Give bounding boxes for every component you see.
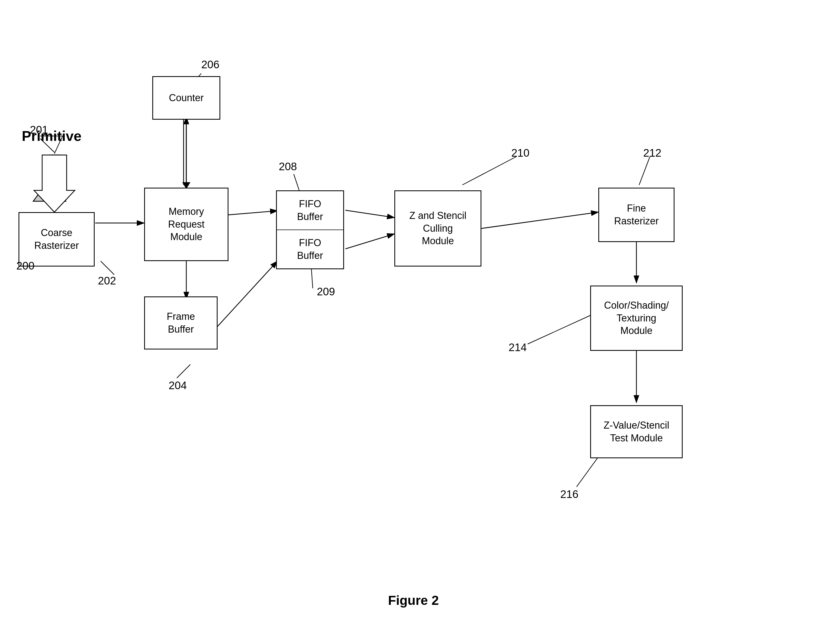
- ref-214: 214: [509, 341, 527, 354]
- memory-request-label: MemoryRequestModule: [168, 205, 204, 244]
- ref-204: 204: [169, 379, 187, 392]
- fifo-buffer-top-label: FIFOBuffer: [297, 198, 323, 223]
- svg-line-26: [101, 261, 114, 274]
- arrows-svg: [0, 0, 817, 644]
- fifo-buffer-top-box: FIFOBuffer: [276, 190, 344, 230]
- ref-202: 202: [98, 274, 116, 287]
- z-value-box: Z-Value/StencilTest Module: [590, 405, 683, 458]
- z-stencil-label: Z and StencilCullingModule: [409, 209, 466, 247]
- memory-request-box: MemoryRequestModule: [144, 188, 228, 261]
- svg-marker-3: [33, 190, 66, 201]
- figure-label: Figure 2: [359, 593, 468, 608]
- svg-line-18: [481, 212, 598, 228]
- svg-line-15: [218, 261, 277, 327]
- ref-201: 201: [30, 124, 48, 136]
- color-shading-box: Color/Shading/TexturingModule: [590, 285, 683, 351]
- svg-line-24: [462, 156, 517, 185]
- z-value-label: Z-Value/StencilTest Module: [604, 419, 669, 445]
- svg-line-27: [177, 365, 190, 378]
- svg-line-17: [345, 234, 394, 249]
- ref-209: 209: [317, 285, 335, 298]
- diagram: Primitive CoarseRasterizer MemoryRequest…: [0, 0, 817, 644]
- z-stencil-box: Z and StencilCullingModule: [394, 190, 481, 267]
- ref-200: 200: [16, 260, 35, 272]
- fine-rasterizer-box: FineRasterizer: [598, 188, 674, 242]
- coarse-rasterizer-box: CoarseRasterizer: [18, 212, 95, 267]
- svg-rect-2: [49, 155, 60, 190]
- fine-rasterizer-label: FineRasterizer: [614, 202, 659, 228]
- ref-206: 206: [201, 58, 219, 71]
- svg-line-25: [639, 156, 650, 185]
- color-shading-label: Color/Shading/TexturingModule: [604, 299, 669, 337]
- svg-line-29: [527, 316, 590, 344]
- counter-box: Counter: [152, 76, 220, 120]
- fifo-buffer-bot-label: FIFOBuffer: [297, 237, 323, 262]
- ref-210: 210: [511, 147, 530, 159]
- svg-line-30: [576, 457, 598, 487]
- svg-line-23: [311, 269, 313, 288]
- frame-buffer-box: FrameBuffer: [144, 296, 218, 350]
- svg-marker-4: [34, 155, 75, 212]
- frame-buffer-label: FrameBuffer: [167, 310, 195, 336]
- coarse-rasterizer-label: CoarseRasterizer: [34, 227, 79, 252]
- svg-line-16: [345, 210, 394, 218]
- svg-line-22: [294, 174, 299, 190]
- fifo-buffer-bot-box: FIFOBuffer: [276, 230, 344, 269]
- ref-212: 212: [643, 147, 661, 159]
- ref-208: 208: [279, 161, 297, 173]
- svg-line-8: [228, 211, 277, 215]
- counter-label: Counter: [169, 92, 204, 104]
- ref-216: 216: [560, 488, 578, 500]
